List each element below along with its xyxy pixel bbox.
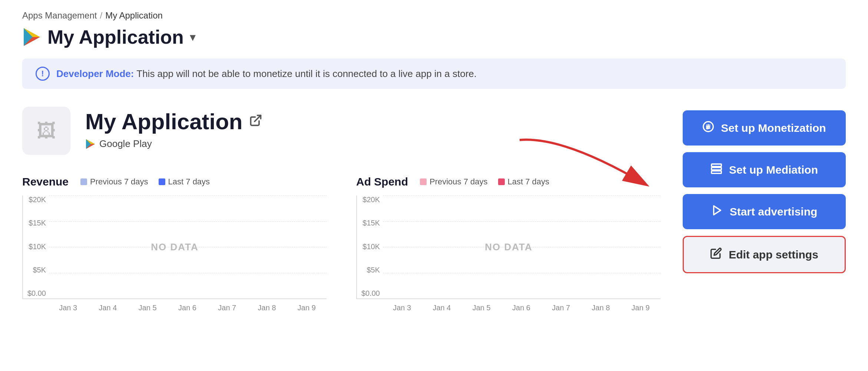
revenue-no-data: NO DATA — [151, 241, 199, 253]
revenue-x-labels: Jan 3 Jan 4 Jan 5 Jan 6 Jan 7 Jan 8 Jan … — [22, 299, 327, 312]
spend-last-legend-label: Last 7 days — [508, 177, 550, 187]
app-store-name: Google Play — [99, 138, 152, 150]
google-play-icon — [22, 27, 42, 47]
breadcrumb-current-page: My Application — [105, 10, 163, 21]
app-header: My Application ▾ — [22, 26, 846, 48]
app-name-section: My Application — [85, 109, 262, 150]
breadcrumb: Apps Management / My Application — [22, 10, 846, 21]
revenue-y-label-0: $0.00 — [23, 289, 46, 298]
charts-section: Revenue Previous 7 days Last 7 days — [22, 176, 660, 312]
app-thumbnail: 🖼 — [22, 107, 70, 155]
spend-y-label-10k: $10K — [357, 243, 380, 251]
app-title-dropdown-icon[interactable]: ▾ — [190, 30, 196, 44]
spend-x-jan6: Jan 6 — [512, 304, 530, 312]
set-up-mediation-button[interactable]: Set up Mediation — [683, 152, 846, 187]
revenue-chart: Revenue Previous 7 days Last 7 days — [22, 176, 327, 312]
advertising-icon — [711, 204, 723, 219]
revenue-x-jan5: Jan 5 — [139, 304, 157, 312]
revenue-x-jan6: Jan 6 — [178, 304, 196, 312]
page-title: My Application — [47, 26, 184, 48]
revenue-x-jan9: Jan 9 — [298, 304, 316, 312]
revenue-x-jan8: Jan 8 — [258, 304, 276, 312]
right-panel-actions: $ Set up Monetization Set up Mediation — [683, 110, 846, 312]
breadcrumb-apps-management[interactable]: Apps Management — [22, 10, 97, 21]
start-advertising-button[interactable]: Start advertising — [683, 194, 846, 229]
svg-rect-15 — [712, 167, 722, 170]
monetization-icon: $ — [702, 121, 714, 135]
ad-spend-legend: Previous 7 days Last 7 days — [420, 177, 549, 187]
spend-x-jan4: Jan 4 — [433, 304, 451, 312]
revenue-x-jan7: Jan 7 — [218, 304, 236, 312]
revenue-chart-title: Revenue — [22, 176, 69, 188]
spend-x-jan5: Jan 5 — [473, 304, 491, 312]
spend-x-jan7: Jan 7 — [552, 304, 570, 312]
mediation-btn-label: Set up Mediation — [729, 164, 818, 176]
ad-spend-chart-area: $20K $15K $10K $5K $0.00 — [356, 195, 660, 299]
svg-rect-14 — [712, 164, 722, 167]
revenue-prev-legend-dot — [80, 178, 87, 185]
spend-x-labels: Jan 3 Jan 4 Jan 5 Jan 6 Jan 7 Jan 8 Jan … — [356, 299, 660, 312]
advertising-btn-label: Start advertising — [730, 205, 818, 218]
spend-x-jan9: Jan 9 — [632, 304, 650, 312]
spend-no-data: NO DATA — [485, 241, 533, 253]
spend-last-legend-dot — [498, 178, 505, 185]
developer-mode-banner: ! Developer Mode: This app will not be a… — [22, 59, 846, 89]
spend-prev-legend-dot — [420, 178, 427, 185]
revenue-legend: Previous 7 days Last 7 days — [80, 177, 210, 187]
external-link-icon[interactable] — [249, 114, 262, 130]
ad-spend-chart: Ad Spend Previous 7 days Last 7 days — [356, 176, 660, 312]
spend-y-label-5k: $5K — [357, 266, 380, 274]
mediation-icon — [710, 163, 722, 177]
ad-spend-chart-title: Ad Spend — [356, 176, 408, 188]
left-panel: 🖼 My Application — [22, 107, 660, 312]
spend-y-label-20k: $20K — [357, 195, 380, 204]
svg-line-4 — [255, 115, 261, 121]
revenue-y-label-10k: $10K — [23, 243, 46, 251]
revenue-chart-area: $20K $15K $10K $5K $0.00 — [22, 195, 327, 299]
spend-prev-legend-label: Previous 7 days — [430, 177, 488, 187]
spend-x-jan8: Jan 8 — [592, 304, 610, 312]
revenue-prev-legend-label: Previous 7 days — [90, 177, 148, 187]
svg-text:$: $ — [706, 125, 709, 130]
breadcrumb-separator: / — [100, 10, 102, 21]
google-play-small-icon — [85, 139, 96, 149]
revenue-x-jan3: Jan 3 — [59, 304, 77, 312]
revenue-last-legend-dot — [159, 178, 165, 185]
app-name: My Application — [85, 109, 242, 134]
app-info-section: 🖼 My Application — [22, 107, 660, 155]
monetization-btn-label: Set up Monetization — [721, 122, 826, 134]
svg-rect-16 — [712, 171, 722, 174]
revenue-y-label-5k: $5K — [23, 266, 46, 274]
spend-x-jan3: Jan 3 — [393, 304, 411, 312]
edit-settings-icon — [710, 247, 722, 262]
svg-marker-17 — [713, 206, 720, 215]
set-up-monetization-button[interactable]: $ Set up Monetization — [683, 110, 846, 146]
revenue-y-label-20k: $20K — [23, 195, 46, 204]
spend-y-label-0: $0.00 — [357, 289, 380, 298]
dev-mode-message: This app will not be able to monetize un… — [136, 68, 477, 79]
revenue-last-legend-label: Last 7 days — [168, 177, 210, 187]
edit-app-settings-button[interactable]: Edit app settings — [683, 236, 846, 273]
revenue-x-jan4: Jan 4 — [99, 304, 117, 312]
dev-mode-icon: ! — [36, 67, 50, 81]
revenue-y-label-15k: $15K — [23, 219, 46, 227]
spend-y-label-15k: $15K — [357, 219, 380, 227]
edit-settings-btn-label: Edit app settings — [729, 248, 818, 261]
dev-mode-bold-text: Developer Mode: — [56, 68, 134, 79]
thumbnail-placeholder-icon: 🖼 — [37, 120, 56, 142]
